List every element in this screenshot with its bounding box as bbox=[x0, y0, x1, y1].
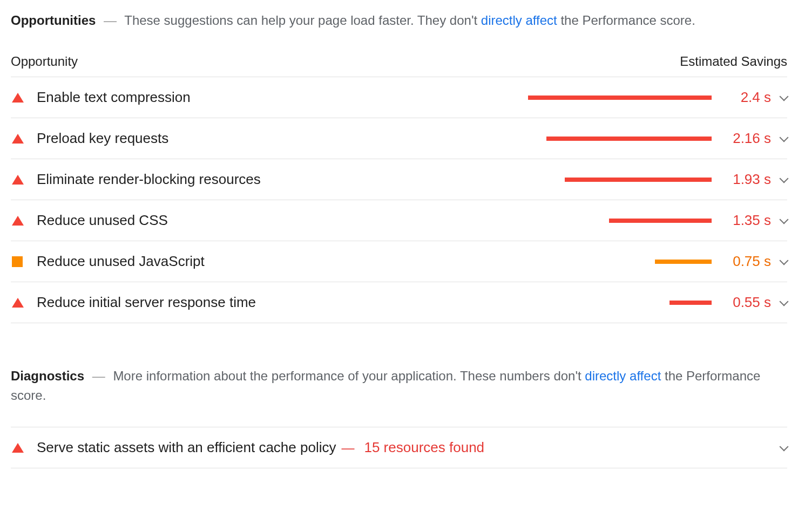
opportunity-label: Reduce unused CSS bbox=[37, 210, 179, 231]
savings-bar bbox=[669, 301, 712, 305]
savings-bar-track bbox=[215, 260, 721, 264]
triangle-red-icon bbox=[11, 298, 37, 308]
diagnostics-rows: Serve static assets with an efficient ca… bbox=[11, 427, 787, 468]
chevron-down-icon[interactable] bbox=[771, 260, 787, 264]
diagnostics-title: Diagnostics bbox=[11, 369, 84, 383]
savings-bar-track bbox=[272, 178, 721, 182]
triangle-red-icon bbox=[11, 175, 37, 185]
square-orange-icon bbox=[11, 256, 37, 267]
opportunities-title: Opportunities bbox=[11, 13, 96, 28]
chevron-down-icon[interactable] bbox=[771, 178, 787, 182]
chevron-down-icon[interactable] bbox=[771, 219, 787, 223]
opportunity-row[interactable]: Enable text compression2.4 s bbox=[11, 77, 787, 118]
opportunity-row[interactable]: Reduce initial server response time0.55 … bbox=[11, 282, 787, 323]
diagnostics-desc: More information about the performance o… bbox=[11, 369, 760, 403]
opportunity-label: Enable text compression bbox=[37, 87, 201, 108]
opportunities-desc: These suggestions can help your page loa… bbox=[124, 13, 695, 28]
opportunity-label: Eliminate render-blocking resources bbox=[37, 169, 272, 190]
chevron-down-icon[interactable] bbox=[771, 301, 787, 305]
savings-value: 1.35 s bbox=[721, 210, 771, 231]
triangle-red-icon bbox=[11, 93, 37, 103]
savings-value: 2.16 s bbox=[721, 128, 771, 149]
opportunities-table-head: Opportunity Estimated Savings bbox=[11, 52, 787, 77]
savings-bar-track bbox=[179, 219, 721, 223]
opportunity-label: Reduce unused JavaScript bbox=[37, 251, 215, 272]
triangle-red-icon bbox=[11, 134, 37, 144]
chevron-down-icon[interactable] bbox=[771, 137, 787, 141]
diagnostic-label: Serve static assets with an efficient ca… bbox=[37, 437, 336, 458]
diagnostic-badge: 15 resources found bbox=[364, 437, 484, 458]
savings-bar-track bbox=[267, 301, 721, 305]
savings-bar-track bbox=[179, 137, 721, 141]
opportunities-header: Opportunities — These suggestions can he… bbox=[11, 11, 787, 30]
savings-value: 2.4 s bbox=[721, 87, 771, 108]
savings-value: 0.75 s bbox=[721, 251, 771, 272]
opportunity-label: Reduce initial server response time bbox=[37, 292, 267, 313]
opportunity-row[interactable]: Reduce unused CSS1.35 s bbox=[11, 200, 787, 241]
directly-affect-link[interactable]: directly affect bbox=[585, 369, 661, 383]
opportunity-row[interactable]: Eliminate render-blocking resources1.93 … bbox=[11, 159, 787, 200]
triangle-red-icon bbox=[11, 443, 37, 453]
savings-bar bbox=[655, 260, 712, 264]
opportunities-rows: Enable text compression2.4 sPreload key … bbox=[11, 77, 787, 323]
separator-dash: — bbox=[88, 369, 110, 383]
savings-bar bbox=[609, 219, 712, 223]
triangle-red-icon bbox=[11, 216, 37, 226]
savings-bar-track bbox=[201, 96, 721, 100]
opportunity-row[interactable]: Preload key requests2.16 s bbox=[11, 118, 787, 159]
opportunity-label: Preload key requests bbox=[37, 128, 179, 149]
directly-affect-link[interactable]: directly affect bbox=[481, 13, 557, 28]
chevron-down-icon[interactable] bbox=[771, 446, 787, 450]
chevron-down-icon[interactable] bbox=[771, 96, 787, 100]
diagnostics-header: Diagnostics — More information about the… bbox=[11, 366, 787, 405]
col-opportunity: Opportunity bbox=[11, 52, 78, 71]
opportunities-desc-post: the Performance score. bbox=[557, 13, 695, 28]
savings-bar bbox=[546, 137, 712, 141]
diagnostic-row[interactable]: Serve static assets with an efficient ca… bbox=[11, 427, 787, 468]
savings-value: 1.93 s bbox=[721, 169, 771, 190]
savings-bar bbox=[528, 96, 712, 100]
diagnostics-desc-pre: More information about the performance o… bbox=[113, 369, 585, 383]
opportunities-desc-pre: These suggestions can help your page loa… bbox=[124, 13, 481, 28]
separator-dash: — bbox=[336, 438, 357, 458]
savings-bar bbox=[565, 178, 712, 182]
separator-dash: — bbox=[99, 13, 121, 28]
savings-value: 0.55 s bbox=[721, 292, 771, 313]
opportunity-row[interactable]: Reduce unused JavaScript0.75 s bbox=[11, 241, 787, 282]
col-savings: Estimated Savings bbox=[680, 52, 787, 71]
